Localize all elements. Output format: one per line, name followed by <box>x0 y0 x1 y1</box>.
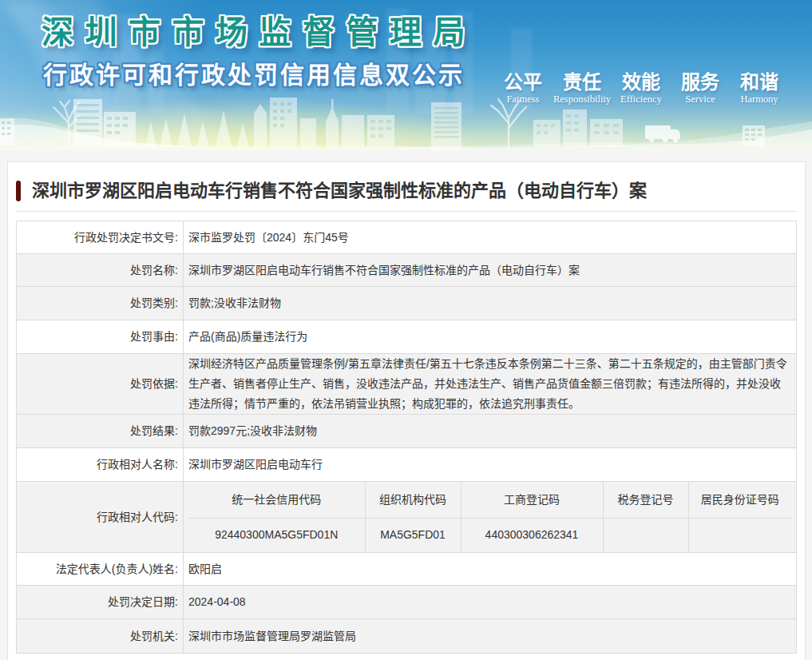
row-label: 处罚类别: <box>17 287 184 320</box>
codes-value: 440300306262341 <box>461 518 603 552</box>
row-value: 深圳市罗湖区阳启电动车行销售不符合国家强制性标准的产品（电动自行车）案 <box>184 254 797 287</box>
table-row-penalty-reason: 处罚事由: 产品(商品)质量违法行为 <box>17 320 797 354</box>
party-codes-table: 统一社会信用代码 组织机构代码 工商登记码 税务登记号 居民身份证号码 9244… <box>188 482 791 552</box>
row-label: 处罚名称: <box>17 254 184 287</box>
row-label: 处罚结果: <box>17 415 184 448</box>
slogan-word: 责任 Responsibility <box>563 72 601 107</box>
slogan-word: 服务 Service <box>681 72 719 107</box>
codes-header-row: 统一社会信用代码 组织机构代码 工商登记码 税务登记号 居民身份证号码 <box>188 482 791 518</box>
codes-value <box>603 518 688 552</box>
table-row-penalty-basis: 处罚依据: 深圳经济特区产品质量管理条例/第五章法律责任/第五十七条违反本条例第… <box>17 354 797 415</box>
row-value: 产品(商品)质量违法行为 <box>184 320 797 354</box>
table-row-penalty-name: 处罚名称: 深圳市罗湖区阳启电动车行销售不符合国家强制性标准的产品（电动自行车）… <box>17 254 797 287</box>
row-value: 深圳市罗湖区阳启电动车行 <box>184 448 797 482</box>
slogan-cn: 责任 <box>563 72 601 93</box>
row-value: 深圳经济特区产品质量管理条例/第五章法律责任/第五十七条违反本条例第二十三条、第… <box>184 354 797 415</box>
codes-value <box>688 518 791 552</box>
slogan-word: 效能 Efficiency <box>622 72 660 107</box>
banner-slogan: 公平 Faimess 责任 Responsibility 效能 Efficien… <box>504 72 778 107</box>
table-row-doc-number: 行政处罚决定书文号: 深市监罗处罚〔2024〕东门45号 <box>17 221 797 254</box>
table-row-party-name: 行政相对人名称: 深圳市罗湖区阳启电动车行 <box>17 448 797 482</box>
title-accent-bar <box>16 181 21 201</box>
content-panel: 深圳市罗湖区阳启电动车行销售不符合国家强制性标准的产品（电动自行车）案 行政处罚… <box>7 161 806 660</box>
slogan-word: 和谐 Harmony <box>740 72 778 107</box>
codes-value: MA5G5FD01 <box>365 518 461 552</box>
row-label: 处罚依据: <box>17 354 184 415</box>
title-divider <box>16 211 797 212</box>
codes-header: 工商登记码 <box>461 482 603 518</box>
slogan-cn: 公平 <box>504 72 542 93</box>
row-label: 行政处罚决定书文号: <box>17 221 184 254</box>
page: 深圳市市场监督管理局 行政许可和行政处罚信用信息双公示 公平 Faimess 责… <box>0 0 812 660</box>
table-row-party-codes: 行政相对人代码: 统一社会信用代码 组织机构代码 工商登记码 税务登记号 居民 <box>17 482 797 553</box>
row-value: 深圳市市场监督管理局罗湖监管局 <box>184 619 797 654</box>
party-codes-cell: 统一社会信用代码 组织机构代码 工商登记码 税务登记号 居民身份证号码 9244… <box>184 482 797 553</box>
row-label: 处罚事由: <box>17 320 184 354</box>
row-value: 欧阳启 <box>184 553 797 586</box>
codes-header: 税务登记号 <box>603 482 688 518</box>
penalty-info-table: 行政处罚决定书文号: 深市监罗处罚〔2024〕东门45号 处罚名称: 深圳市罗湖… <box>16 221 797 654</box>
table-row-penalty-result: 处罚结果: 罚款2997元;没收非法财物 <box>17 415 797 448</box>
table-row-legal-rep: 法定代表人(负责人)姓名: 欧阳启 <box>17 553 797 586</box>
case-title-text: 深圳市罗湖区阳启电动车行销售不符合国家强制性标准的产品（电动自行车）案 <box>32 180 647 202</box>
slogan-cn: 效能 <box>622 72 660 93</box>
codes-header: 居民身份证号码 <box>688 482 791 518</box>
slogan-word: 公平 Faimess <box>504 72 542 107</box>
row-value: 罚款;没收非法财物 <box>184 287 797 320</box>
row-label: 行政相对人代码: <box>17 482 184 553</box>
slogan-en: Responsibility <box>553 93 611 105</box>
case-title: 深圳市罗湖区阳启电动车行销售不符合国家强制性标准的产品（电动自行车）案 <box>16 180 797 202</box>
slogan-en: Faimess <box>507 93 540 105</box>
row-value: 罚款2997元;没收非法财物 <box>184 415 797 448</box>
row-label: 法定代表人(负责人)姓名: <box>17 553 184 586</box>
table-row-decision-date: 处罚决定日期: 2024-04-08 <box>17 586 797 619</box>
codes-header: 统一社会信用代码 <box>188 482 365 518</box>
slogan-en: Harmony <box>740 93 778 105</box>
row-label: 处罚机关: <box>17 619 184 654</box>
slogan-cn: 和谐 <box>740 72 778 93</box>
row-label: 行政相对人名称: <box>17 448 184 482</box>
row-value: 2024-04-08 <box>184 586 797 619</box>
banner-subtitle: 行政许可和行政处罚信用信息双公示 <box>43 55 465 90</box>
table-row-penalty-category: 处罚类别: 罚款;没收非法财物 <box>17 287 797 320</box>
site-banner: 深圳市市场监督管理局 行政许可和行政处罚信用信息双公示 公平 Faimess 责… <box>0 0 812 150</box>
row-label: 处罚决定日期: <box>17 586 184 619</box>
codes-header: 组织机构代码 <box>365 482 461 518</box>
row-value: 深市监罗处罚〔2024〕东门45号 <box>184 221 797 254</box>
slogan-en: Efficiency <box>620 93 662 105</box>
slogan-cn: 服务 <box>681 72 719 93</box>
agency-title: 深圳市市场监督管理局 <box>42 6 477 53</box>
table-row-authority: 处罚机关: 深圳市市场监督管理局罗湖监管局 <box>17 619 797 654</box>
codes-values-row: 92440300MA5G5FD01N MA5G5FD01 44030030626… <box>188 518 791 552</box>
slogan-en: Service <box>685 93 715 105</box>
codes-value: 92440300MA5G5FD01N <box>188 518 365 552</box>
